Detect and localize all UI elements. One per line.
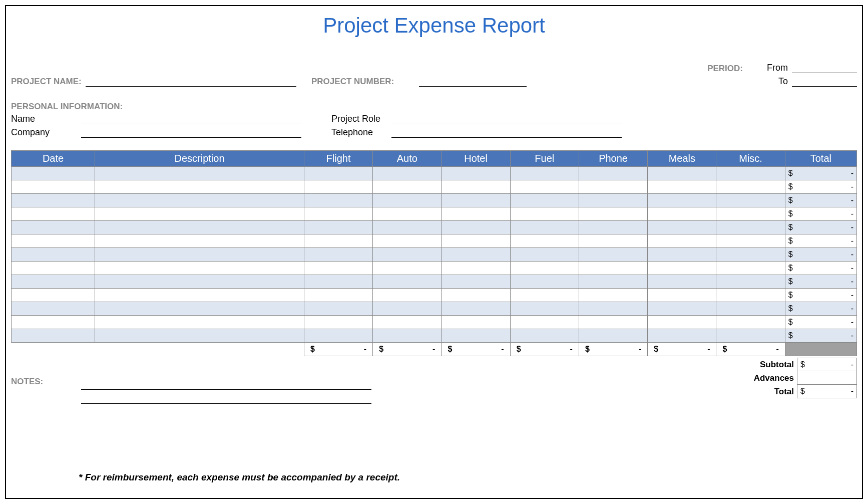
expense-cell[interactable]: [373, 275, 442, 289]
expense-cell[interactable]: [716, 207, 785, 221]
expense-cell[interactable]: [442, 248, 510, 262]
expense-cell[interactable]: [510, 167, 579, 180]
expense-cell[interactable]: [12, 207, 95, 221]
expense-cell[interactable]: [95, 289, 304, 302]
expense-cell[interactable]: [12, 221, 95, 234]
expense-cell[interactable]: [648, 329, 716, 343]
project-name-input[interactable]: [86, 78, 296, 87]
expense-cell[interactable]: [95, 221, 304, 234]
expense-cell[interactable]: [716, 289, 785, 302]
expense-cell[interactable]: [579, 275, 647, 289]
expense-cell[interactable]: [12, 329, 95, 343]
expense-cell[interactable]: [12, 302, 95, 316]
expense-cell[interactable]: [510, 316, 579, 329]
expense-cell[interactable]: [442, 316, 510, 329]
expense-cell[interactable]: [373, 234, 442, 248]
expense-cell[interactable]: [373, 167, 442, 180]
expense-cell[interactable]: [95, 275, 304, 289]
expense-cell[interactable]: [510, 262, 579, 275]
expense-cell[interactable]: [510, 180, 579, 194]
expense-cell[interactable]: [304, 316, 372, 329]
expense-cell[interactable]: [304, 221, 372, 234]
expense-cell[interactable]: [648, 262, 716, 275]
expense-cell[interactable]: [373, 207, 442, 221]
role-input[interactable]: [391, 115, 622, 124]
expense-cell[interactable]: [304, 275, 372, 289]
expense-cell[interactable]: [579, 329, 647, 343]
expense-cell[interactable]: [442, 262, 510, 275]
expense-cell[interactable]: [716, 234, 785, 248]
expense-cell[interactable]: [304, 302, 372, 316]
company-input[interactable]: [81, 129, 301, 138]
expense-cell[interactable]: [648, 167, 716, 180]
expense-cell[interactable]: [304, 207, 372, 221]
expense-cell[interactable]: [442, 221, 510, 234]
expense-cell[interactable]: [510, 194, 579, 207]
expense-cell[interactable]: [12, 289, 95, 302]
expense-cell[interactable]: [510, 289, 579, 302]
expense-cell[interactable]: [373, 316, 442, 329]
expense-cell[interactable]: [95, 167, 304, 180]
expense-cell[interactable]: [442, 207, 510, 221]
expense-cell[interactable]: [648, 234, 716, 248]
expense-cell[interactable]: [95, 262, 304, 275]
expense-cell[interactable]: [12, 275, 95, 289]
expense-cell[interactable]: [716, 167, 785, 180]
expense-cell[interactable]: [716, 302, 785, 316]
expense-cell[interactable]: [373, 289, 442, 302]
expense-cell[interactable]: [510, 275, 579, 289]
expense-cell[interactable]: [95, 248, 304, 262]
expense-cell[interactable]: [373, 248, 442, 262]
period-from-input[interactable]: [792, 64, 857, 73]
telephone-input[interactable]: [391, 129, 622, 138]
expense-cell[interactable]: [648, 302, 716, 316]
expense-cell[interactable]: [716, 248, 785, 262]
expense-cell[interactable]: [716, 316, 785, 329]
expense-cell[interactable]: [95, 316, 304, 329]
expense-cell[interactable]: [373, 221, 442, 234]
expense-cell[interactable]: [12, 248, 95, 262]
expense-cell[interactable]: [579, 180, 647, 194]
expense-cell[interactable]: [373, 194, 442, 207]
expense-cell[interactable]: [442, 194, 510, 207]
expense-cell[interactable]: [579, 289, 647, 302]
expense-cell[interactable]: [716, 180, 785, 194]
expense-cell[interactable]: [648, 248, 716, 262]
expense-cell[interactable]: [95, 302, 304, 316]
expense-cell[interactable]: [304, 248, 372, 262]
expense-cell[interactable]: [510, 221, 579, 234]
notes-line-1[interactable]: [81, 378, 371, 390]
expense-cell[interactable]: [716, 262, 785, 275]
expense-cell[interactable]: [716, 329, 785, 343]
expense-cell[interactable]: [716, 221, 785, 234]
expense-cell[interactable]: [95, 207, 304, 221]
expense-cell[interactable]: [12, 262, 95, 275]
expense-cell[interactable]: [95, 194, 304, 207]
expense-cell[interactable]: [12, 316, 95, 329]
expense-cell[interactable]: [373, 180, 442, 194]
expense-cell[interactable]: [648, 207, 716, 221]
expense-cell[interactable]: [579, 302, 647, 316]
expense-cell[interactable]: [716, 194, 785, 207]
expense-cell[interactable]: [373, 302, 442, 316]
expense-cell[interactable]: [648, 289, 716, 302]
expense-cell[interactable]: [12, 194, 95, 207]
expense-cell[interactable]: [648, 275, 716, 289]
expense-cell[interactable]: [579, 167, 647, 180]
expense-cell[interactable]: [510, 248, 579, 262]
expense-cell[interactable]: [648, 316, 716, 329]
expense-cell[interactable]: [442, 167, 510, 180]
expense-cell[interactable]: [95, 329, 304, 343]
expense-cell[interactable]: [442, 302, 510, 316]
expense-cell[interactable]: [510, 329, 579, 343]
expense-cell[interactable]: [579, 234, 647, 248]
expense-cell[interactable]: [442, 180, 510, 194]
expense-cell[interactable]: [716, 275, 785, 289]
expense-cell[interactable]: [442, 289, 510, 302]
expense-cell[interactable]: [304, 167, 372, 180]
expense-cell[interactable]: [442, 329, 510, 343]
expense-cell[interactable]: [95, 234, 304, 248]
expense-cell[interactable]: [304, 234, 372, 248]
expense-cell[interactable]: [579, 207, 647, 221]
expense-cell[interactable]: [510, 207, 579, 221]
